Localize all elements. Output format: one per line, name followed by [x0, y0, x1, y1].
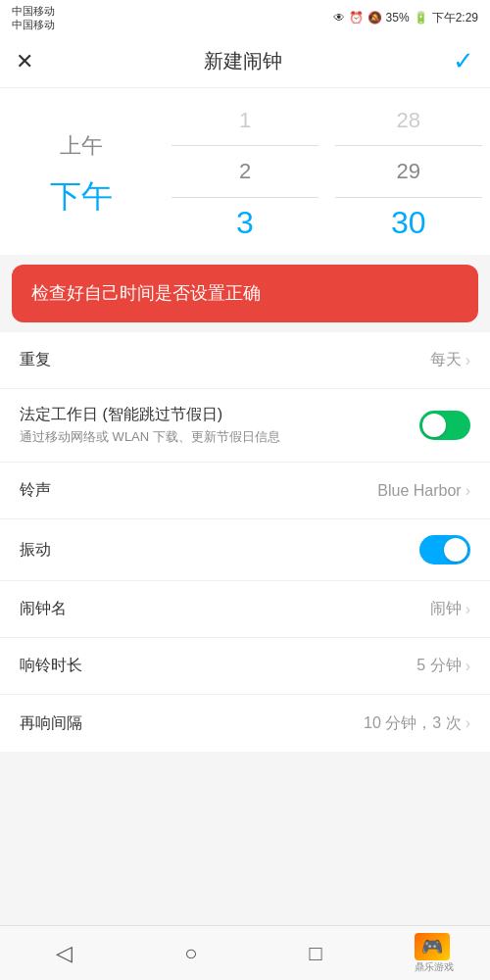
- recent-button[interactable]: □: [290, 933, 342, 974]
- bottom-nav: ◁ ○ □ 🎮 鼎乐游戏: [0, 925, 490, 980]
- vibration-toggle-knob: [444, 538, 467, 562]
- repeat-label: 重复: [20, 350, 430, 370]
- ringtone-chevron: ›: [466, 482, 470, 500]
- carrier2-label: 中国移动: [12, 18, 55, 31]
- duration-label-container: 响铃时长: [20, 656, 416, 676]
- logo-text: 鼎乐游戏: [415, 960, 454, 974]
- vibration-setting[interactable]: 振动: [0, 519, 490, 581]
- settings-list: 重复 每天 › 法定工作日 (智能跳过节假日) 通过移动网络或 WLAN 下载、…: [0, 332, 490, 752]
- vibration-toggle[interactable]: [419, 535, 470, 564]
- holiday-toggle[interactable]: [419, 411, 470, 440]
- minute-item-28[interactable]: 28: [326, 95, 490, 146]
- holiday-sublabel: 通过移动网络或 WLAN 下载、更新节假日信息: [20, 428, 419, 446]
- confirm-button[interactable]: ✓: [453, 46, 474, 76]
- alarm-name-value: 闹钟: [430, 599, 462, 619]
- duration-value-container: 5 分钟 ›: [416, 656, 470, 676]
- status-bar: 中国移动 中国移动 👁 ⏰ 🔕 35% 🔋 下午2:29: [0, 0, 490, 35]
- battery-label: 35%: [386, 11, 410, 24]
- carrier1-label: 中国移动: [12, 4, 55, 18]
- warning-banner: 检查好自己时间是否设置正确: [12, 265, 478, 322]
- vibration-label-container: 振动: [20, 540, 419, 561]
- eye-icon: 👁: [333, 11, 345, 24]
- status-right: 👁 ⏰ 🔕 35% 🔋 下午2:29: [333, 10, 478, 26]
- alarm-name-label: 闹钟名: [20, 599, 430, 619]
- close-button[interactable]: ✕: [16, 49, 33, 74]
- time-label: 下午2:29: [432, 10, 478, 26]
- holiday-setting[interactable]: 法定工作日 (智能跳过节假日) 通过移动网络或 WLAN 下载、更新节假日信息: [0, 389, 490, 463]
- battery-icon: 🔋: [414, 11, 428, 24]
- snooze-setting[interactable]: 再响间隔 10 分钟，3 次 ›: [0, 695, 490, 752]
- repeat-setting[interactable]: 重复 每天 ›: [0, 332, 490, 389]
- snooze-label-container: 再响间隔: [20, 713, 364, 734]
- repeat-value-container: 每天 ›: [430, 350, 470, 370]
- ringtone-value: Blue Harbor: [377, 482, 461, 500]
- ringtone-setting[interactable]: 铃声 Blue Harbor ›: [0, 463, 490, 519]
- duration-label: 响铃时长: [20, 656, 416, 676]
- alarm-name-setting[interactable]: 闹钟名 闹钟 ›: [0, 581, 490, 638]
- ringtone-label: 铃声: [20, 480, 377, 501]
- time-picker[interactable]: 上午 下午 1 2 3 28 29 30: [0, 88, 490, 255]
- ringtone-label-container: 铃声: [20, 480, 377, 501]
- duration-setting[interactable]: 响铃时长 5 分钟 ›: [0, 638, 490, 695]
- alarm-name-label-container: 闹钟名: [20, 599, 430, 619]
- title-bar: ✕ 新建闹钟 ✓: [0, 35, 490, 88]
- warning-text: 检查好自己时间是否设置正确: [31, 283, 261, 303]
- holiday-toggle-knob: [422, 414, 446, 437]
- home-button[interactable]: ○: [165, 933, 217, 974]
- alarm-name-value-container: 闹钟 ›: [430, 599, 470, 619]
- ringtone-value-container: Blue Harbor ›: [377, 482, 470, 500]
- app-logo: 🎮 鼎乐游戏: [415, 933, 454, 974]
- holiday-label-container: 法定工作日 (智能跳过节假日) 通过移动网络或 WLAN 下载、更新节假日信息: [20, 405, 419, 446]
- snooze-chevron: ›: [466, 714, 470, 732]
- snooze-label: 再响间隔: [20, 713, 364, 734]
- snooze-value: 10 分钟，3 次: [364, 713, 462, 734]
- page-title: 新建闹钟: [204, 48, 282, 74]
- period-item-pm[interactable]: 下午: [0, 172, 164, 222]
- period-column[interactable]: 上午 下午: [0, 88, 164, 255]
- duration-value: 5 分钟: [416, 656, 461, 676]
- back-button[interactable]: ◁: [36, 933, 92, 974]
- alarm-icon: ⏰: [349, 11, 364, 24]
- minute-item-29[interactable]: 29: [326, 146, 490, 197]
- hour-item-3[interactable]: 3: [164, 197, 327, 248]
- silent-icon: 🔕: [368, 11, 382, 24]
- minute-item-30[interactable]: 30: [326, 197, 490, 248]
- repeat-value: 每天: [430, 350, 462, 370]
- period-item-am[interactable]: 上午: [0, 121, 164, 172]
- hour-item-2[interactable]: 2: [164, 146, 327, 197]
- minute-column[interactable]: 28 29 30: [326, 88, 490, 255]
- carrier-info: 中国移动 中国移动: [12, 4, 55, 32]
- snooze-value-container: 10 分钟，3 次 ›: [364, 713, 470, 734]
- repeat-label-container: 重复: [20, 350, 430, 370]
- alarm-name-chevron: ›: [466, 601, 470, 618]
- duration-chevron: ›: [466, 658, 470, 675]
- hour-item-1[interactable]: 1: [164, 95, 327, 146]
- repeat-chevron: ›: [466, 352, 470, 369]
- holiday-label: 法定工作日 (智能跳过节假日): [20, 405, 419, 425]
- vibration-label: 振动: [20, 540, 419, 561]
- hour-column[interactable]: 1 2 3: [164, 88, 327, 255]
